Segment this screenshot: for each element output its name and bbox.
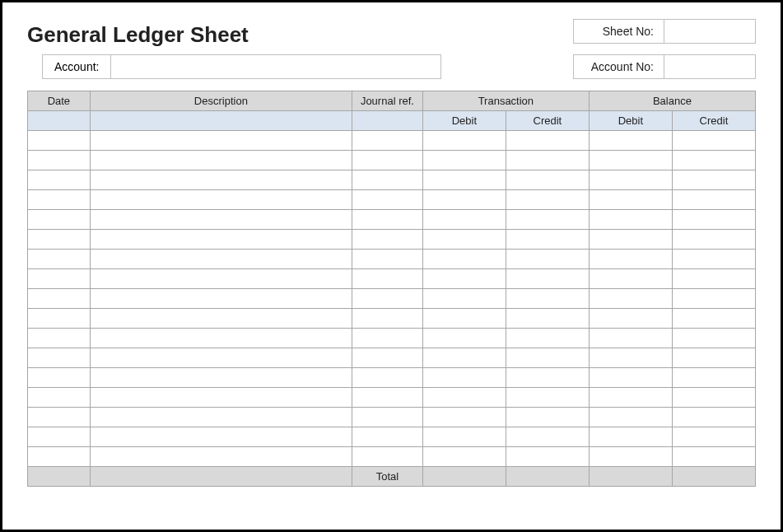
table-cell[interactable] [589, 408, 672, 427]
table-cell[interactable] [422, 427, 506, 447]
table-cell[interactable] [672, 250, 755, 269]
table-cell[interactable] [422, 250, 506, 269]
table-cell[interactable] [506, 447, 589, 467]
table-cell[interactable] [506, 269, 589, 289]
table-cell[interactable] [506, 309, 589, 329]
table-cell[interactable] [672, 368, 755, 388]
table-cell[interactable] [352, 447, 422, 467]
table-cell[interactable] [422, 447, 506, 467]
table-cell[interactable] [28, 170, 91, 190]
table-cell[interactable] [589, 388, 672, 408]
table-cell[interactable] [352, 309, 422, 329]
table-cell[interactable] [672, 427, 755, 447]
table-cell[interactable] [422, 368, 506, 388]
table-cell[interactable] [506, 230, 589, 250]
table-cell[interactable] [422, 170, 506, 190]
table-cell[interactable] [28, 289, 91, 309]
table-cell[interactable] [28, 131, 91, 151]
table-cell[interactable] [506, 408, 589, 427]
table-cell[interactable] [352, 329, 422, 348]
table-cell[interactable] [352, 368, 422, 388]
table-cell[interactable] [589, 250, 672, 269]
table-cell[interactable] [352, 427, 422, 447]
table-cell[interactable] [589, 269, 672, 289]
table-cell[interactable] [28, 250, 91, 269]
table-cell[interactable] [90, 348, 352, 368]
table-cell[interactable] [672, 170, 755, 190]
table-cell[interactable] [422, 151, 506, 170]
table-cell[interactable] [422, 408, 506, 427]
table-cell[interactable] [28, 230, 91, 250]
table-cell[interactable] [352, 190, 422, 210]
table-cell[interactable] [589, 348, 672, 368]
table-cell[interactable] [506, 170, 589, 190]
table-cell[interactable] [672, 309, 755, 329]
account-value[interactable] [111, 55, 440, 78]
table-cell[interactable] [672, 151, 755, 170]
table-cell[interactable] [422, 348, 506, 368]
table-cell[interactable] [672, 348, 755, 368]
table-cell[interactable] [28, 427, 91, 447]
table-cell[interactable] [589, 210, 672, 230]
table-cell[interactable] [589, 190, 672, 210]
table-cell[interactable] [90, 190, 352, 210]
table-cell[interactable] [90, 250, 352, 269]
table-cell[interactable] [589, 309, 672, 329]
table-cell[interactable] [506, 190, 589, 210]
table-cell[interactable] [589, 170, 672, 190]
table-cell[interactable] [352, 269, 422, 289]
table-cell[interactable] [28, 408, 91, 427]
table-cell[interactable] [90, 269, 352, 289]
table-cell[interactable] [28, 151, 91, 170]
table-cell[interactable] [672, 289, 755, 309]
table-cell[interactable] [90, 170, 352, 190]
table-cell[interactable] [589, 427, 672, 447]
table-cell[interactable] [90, 230, 352, 250]
table-cell[interactable] [90, 309, 352, 329]
table-cell[interactable] [422, 190, 506, 210]
table-cell[interactable] [506, 151, 589, 170]
table-cell[interactable] [672, 230, 755, 250]
table-cell[interactable] [352, 348, 422, 368]
table-cell[interactable] [589, 447, 672, 467]
table-cell[interactable] [352, 131, 422, 151]
table-cell[interactable] [422, 269, 506, 289]
table-cell[interactable] [589, 368, 672, 388]
table-cell[interactable] [506, 329, 589, 348]
table-cell[interactable] [28, 329, 91, 348]
sheet-no-value[interactable] [664, 20, 755, 43]
table-cell[interactable] [90, 447, 352, 467]
account-no-value[interactable] [664, 55, 755, 78]
table-cell[interactable] [672, 269, 755, 289]
table-cell[interactable] [589, 329, 672, 348]
table-cell[interactable] [352, 170, 422, 190]
table-cell[interactable] [352, 151, 422, 170]
table-cell[interactable] [352, 210, 422, 230]
table-cell[interactable] [672, 447, 755, 467]
table-cell[interactable] [90, 388, 352, 408]
table-cell[interactable] [90, 368, 352, 388]
table-cell[interactable] [672, 329, 755, 348]
table-cell[interactable] [589, 289, 672, 309]
table-cell[interactable] [422, 289, 506, 309]
table-cell[interactable] [28, 348, 91, 368]
table-cell[interactable] [28, 309, 91, 329]
table-cell[interactable] [422, 329, 506, 348]
table-cell[interactable] [28, 368, 91, 388]
table-cell[interactable] [422, 210, 506, 230]
table-cell[interactable] [90, 289, 352, 309]
table-cell[interactable] [28, 190, 91, 210]
table-cell[interactable] [28, 269, 91, 289]
table-cell[interactable] [506, 289, 589, 309]
table-cell[interactable] [672, 210, 755, 230]
table-cell[interactable] [352, 250, 422, 269]
table-cell[interactable] [90, 408, 352, 427]
table-cell[interactable] [506, 368, 589, 388]
table-cell[interactable] [28, 447, 91, 467]
table-cell[interactable] [352, 408, 422, 427]
table-cell[interactable] [506, 388, 589, 408]
table-cell[interactable] [352, 388, 422, 408]
table-cell[interactable] [422, 388, 506, 408]
table-cell[interactable] [90, 427, 352, 447]
table-cell[interactable] [589, 151, 672, 170]
